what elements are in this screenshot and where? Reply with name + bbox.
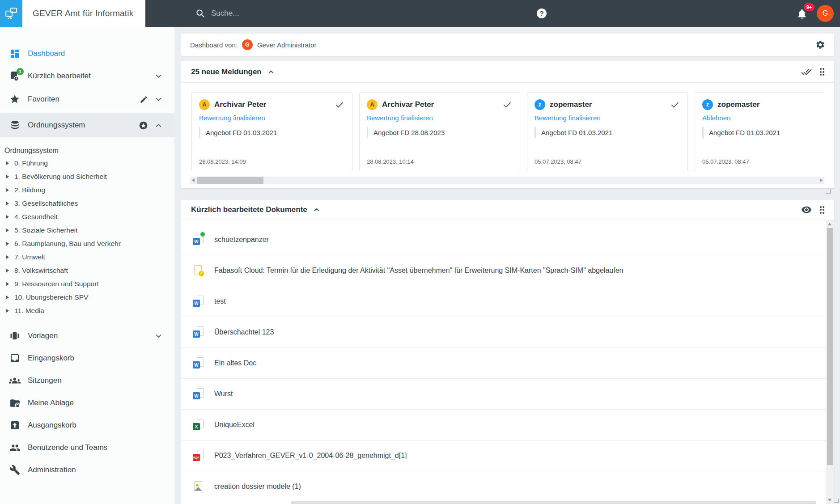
dismiss-check-icon[interactable] bbox=[502, 99, 513, 110]
sidebar-item-label: Eingangskorb bbox=[28, 354, 74, 363]
document-row[interactable]: PDF P023_Verfahren_GEVER_v1-0_2004-06-28… bbox=[181, 440, 826, 471]
tree-item-0-fuehrung[interactable]: 0. Führung bbox=[4, 157, 174, 170]
search-input[interactable] bbox=[211, 9, 399, 18]
tree-item-11-media[interactable]: 11. Media bbox=[4, 304, 174, 318]
notifications-title[interactable]: 25 neue Meldungen bbox=[191, 68, 262, 76]
sidebar-item-benutzende-und-teams[interactable]: Benutzende und Teams bbox=[0, 436, 174, 459]
edit-pencil-icon[interactable] bbox=[140, 95, 148, 104]
notification-action-link[interactable]: Bewertung finalisieren bbox=[367, 114, 433, 122]
collapse-chevron-up-icon[interactable] bbox=[267, 68, 275, 76]
document-row[interactable]: W Überschachtel 123 bbox=[181, 317, 826, 348]
dismiss-check-icon[interactable] bbox=[670, 99, 680, 110]
document-row[interactable]: ✓ Fabasoft Cloud: Termin für die Erledig… bbox=[181, 255, 826, 286]
notification-card[interactable]: A Archivar Peter Bewertung finalisieren … bbox=[191, 92, 352, 171]
tree-expand-caret-icon[interactable] bbox=[6, 161, 9, 165]
dashboard-icon bbox=[9, 48, 21, 59]
sidebar-item-meine-ablage[interactable]: Meine Ablage bbox=[0, 392, 174, 414]
sidebar-item-ausgangskorb[interactable]: Ausgangskorb bbox=[0, 414, 174, 436]
document-row[interactable]: X UniqueExcel bbox=[181, 410, 826, 440]
sidebar-item-dashboard[interactable]: Dashboard bbox=[0, 42, 174, 65]
sidebar-item-kuerzlich-bearbeitet[interactable]: 1 Kürzlich bearbeitet bbox=[0, 65, 174, 87]
notification-card[interactable]: z zopemaster Bewertung finalisieren Ange… bbox=[527, 92, 688, 171]
tree-item-1-bevoelkerung[interactable]: 1. Bevölkerung und Sicherheit bbox=[4, 170, 174, 183]
tree-expand-caret-icon[interactable] bbox=[6, 309, 9, 313]
tree-expand-caret-icon[interactable] bbox=[6, 269, 9, 272]
eye-icon[interactable] bbox=[801, 204, 812, 215]
mark-all-read-icon[interactable] bbox=[801, 67, 812, 77]
document-row[interactable]: W Ein altes Doc bbox=[181, 348, 826, 379]
tree-expand-caret-icon[interactable] bbox=[6, 255, 9, 259]
favorite-star-circle-icon[interactable] bbox=[139, 121, 148, 130]
documents-title[interactable]: Kürzlich bearbeitete Dokumente bbox=[191, 205, 307, 214]
widget-drag-handle-icon[interactable] bbox=[820, 206, 825, 214]
cards-horizontal-scrollbar[interactable] bbox=[190, 177, 824, 184]
wrench-icon bbox=[9, 464, 21, 476]
tree-root-label[interactable]: Ordnungssystem bbox=[4, 146, 174, 155]
document-name: Fabasoft Cloud: Termin für die Erledigun… bbox=[214, 267, 623, 275]
tree-item-2-bildung[interactable]: 2. Bildung bbox=[4, 183, 174, 197]
widget-drag-handle-icon[interactable] bbox=[820, 68, 825, 76]
tree-expand-caret-icon[interactable] bbox=[6, 175, 9, 178]
dashboard-owner-bar: Dashboard von: G Gever Administrator bbox=[181, 34, 834, 56]
notification-card[interactable]: z zopemaster Ablehnen Angebot FD 01.03.2… bbox=[695, 92, 824, 171]
document-name: creation dossier modele (1) bbox=[214, 483, 301, 491]
scroll-up-arrow-icon[interactable] bbox=[828, 223, 832, 225]
sidebar-item-administration[interactable]: Administration bbox=[0, 459, 174, 481]
tree-expand-caret-icon[interactable] bbox=[6, 229, 9, 232]
chevron-down-icon[interactable] bbox=[154, 95, 163, 104]
main-content: Dashboard von: G Gever Administrator 25 … bbox=[174, 27, 840, 504]
help-button[interactable]: ? bbox=[537, 8, 547, 18]
tree-expand-caret-icon[interactable] bbox=[6, 202, 9, 205]
tree-expand-caret-icon[interactable] bbox=[6, 188, 9, 192]
tree-expand-caret-icon[interactable] bbox=[6, 282, 9, 286]
tree-expand-caret-icon[interactable] bbox=[6, 296, 9, 299]
tree-item-8-volkswirtschaft[interactable]: 8. Volkswirtschaft bbox=[4, 264, 174, 277]
owner-name[interactable]: Gever Administrator bbox=[257, 41, 317, 49]
scroll-left-arrow-icon[interactable] bbox=[192, 178, 195, 182]
documents-vertical-scrollbar[interactable] bbox=[826, 220, 834, 504]
sidebar-item-label: Benutzende und Teams bbox=[28, 443, 107, 452]
tree-item-6-raumplanung[interactable]: 6. Raumplanung, Bau und Verkehr bbox=[4, 237, 174, 250]
notification-card[interactable]: A Archivar Peter Bewertung finalisieren … bbox=[359, 92, 520, 171]
scroll-down-arrow-icon[interactable] bbox=[828, 499, 832, 501]
document-row[interactable]: W Wurst bbox=[181, 379, 826, 410]
sidebar-item-favoriten[interactable]: Favoriten bbox=[0, 87, 174, 111]
dashboard-settings-button[interactable] bbox=[815, 40, 825, 50]
sidebar-item-eingangskorb[interactable]: Eingangskorb bbox=[0, 347, 174, 369]
word-file-icon: W bbox=[193, 326, 204, 338]
document-row[interactable]: creation dossier modele (1) bbox=[181, 471, 826, 502]
sidebar-item-sitzungen[interactable]: Sitzungen bbox=[0, 369, 174, 392]
tree-expand-caret-icon[interactable] bbox=[6, 215, 9, 219]
resize-grip-icon bbox=[834, 499, 839, 503]
notification-action-link[interactable]: Ablehnen bbox=[702, 114, 730, 122]
sidebar-item-label: Vorlagen bbox=[28, 331, 58, 340]
global-search[interactable] bbox=[195, 0, 399, 27]
user-avatar[interactable]: G bbox=[817, 5, 834, 22]
dismiss-check-icon[interactable] bbox=[334, 99, 345, 110]
document-row[interactable]: W schuetzenpanzer bbox=[181, 224, 826, 255]
tree-expand-caret-icon[interactable] bbox=[6, 242, 9, 246]
chevron-down-icon[interactable] bbox=[154, 332, 163, 340]
tree-item-9-ressourcen[interactable]: 9. Ressourcen und Support bbox=[4, 277, 174, 291]
tree-item-4-gesundheit[interactable]: 4. Gesundheit bbox=[4, 210, 174, 224]
document-row[interactable]: W test bbox=[181, 286, 826, 317]
notification-action-link[interactable]: Bewertung finalisieren bbox=[199, 114, 265, 122]
tree-item-3-gesellschaftliches[interactable]: 3. Gesellschaftliches bbox=[4, 197, 174, 210]
app-logo[interactable] bbox=[0, 0, 22, 27]
documents-horizontal-scrollbar[interactable] bbox=[291, 501, 816, 504]
chevron-up-icon[interactable] bbox=[154, 121, 163, 130]
owner-avatar: G bbox=[242, 39, 253, 50]
tree-item-5-soziale-sicherheit[interactable]: 5. Soziale Sicherheit bbox=[4, 224, 174, 237]
chevron-down-icon[interactable] bbox=[154, 72, 163, 80]
sidebar-item-ordnungssystem[interactable]: Ordnungssystem bbox=[0, 113, 174, 137]
tree-item-10-uebungsbereich[interactable]: 10. Übungsbereich SPV bbox=[4, 291, 174, 304]
tree-item-7-umwelt[interactable]: 7. Umwelt bbox=[4, 250, 174, 264]
notification-action-link[interactable]: Bewertung finalisieren bbox=[535, 114, 601, 122]
vertical-scrollbar-thumb[interactable] bbox=[827, 228, 833, 465]
horizontal-scrollbar-thumb[interactable] bbox=[197, 177, 263, 184]
sidebar-item-vorlagen[interactable]: Vorlagen bbox=[0, 325, 174, 347]
collapse-chevron-up-icon[interactable] bbox=[313, 206, 321, 214]
sender-name: Archivar Peter bbox=[214, 100, 266, 109]
sidebar-item-label: Meine Ablage bbox=[28, 398, 74, 407]
scroll-right-arrow-icon[interactable] bbox=[820, 178, 823, 182]
